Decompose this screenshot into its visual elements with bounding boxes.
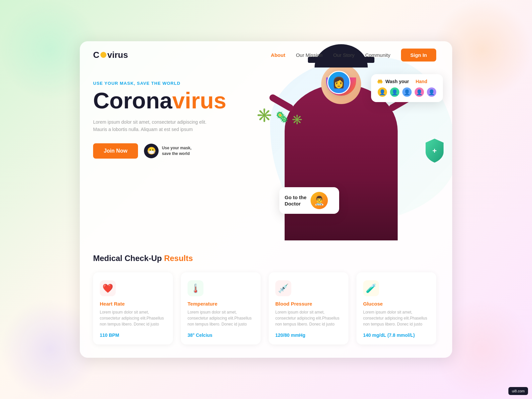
navbar: C virus About Our Mission Our Story Comm… bbox=[80, 41, 452, 67]
results-cards: ❤️ Heart Rate Lorem ipsum dolor sit amet… bbox=[93, 272, 436, 344]
hero-title-orange: virus bbox=[172, 88, 226, 113]
temperature-icon: 🌡️ bbox=[188, 280, 203, 296]
results-title-dark: Medical Check-Up bbox=[93, 254, 162, 263]
wash-hand-card: 🤲 Wash your Hand 👤 👤 👤 👤 👤 bbox=[371, 74, 443, 102]
blood-pressure-name: Blood Pressure bbox=[275, 301, 342, 307]
glucose-name: Glucose bbox=[363, 301, 430, 307]
nav-story[interactable]: Our Story bbox=[333, 52, 354, 58]
mask-icon: 😷 bbox=[144, 144, 159, 158]
logo-dot-icon bbox=[100, 52, 106, 58]
glucose-desc: Lorem ipsum dolor sit amet, consectetur … bbox=[363, 309, 430, 327]
nav-mission[interactable]: Our Mission bbox=[296, 52, 323, 58]
heart-rate-value: 110 BPM bbox=[100, 332, 166, 338]
mask-info: 😷 Use your mask, save the world bbox=[144, 144, 192, 158]
hero-section: USE YOUR MASK, SAVE THE WORLD Coronaviru… bbox=[80, 67, 452, 240]
wash-hand-title: 🤲 Wash your Hand bbox=[377, 79, 437, 84]
wash-avatar-3: 👤 bbox=[402, 87, 412, 97]
svg-text:+: + bbox=[433, 147, 437, 155]
temperature-name: Temperature bbox=[188, 301, 254, 307]
doctor-avatar: 👨‍⚕️ bbox=[311, 192, 328, 209]
logo-text-c: C bbox=[93, 50, 99, 60]
heart-rate-name: Heart Rate bbox=[100, 301, 166, 307]
wash-avatar-2: 👤 bbox=[389, 87, 400, 97]
wash-avatars: 👤 👤 👤 👤 👤 bbox=[377, 87, 437, 97]
logo-text-virus: virus bbox=[107, 50, 128, 60]
wash-avatar-1: 👤 bbox=[377, 87, 388, 97]
virus-icon-3: ✳️ bbox=[291, 114, 303, 125]
result-heart-rate: ❤️ Heart Rate Lorem ipsum dolor sit amet… bbox=[93, 272, 173, 344]
hero-title-dark: Corona bbox=[93, 88, 172, 113]
heart-rate-icon: ❤️ bbox=[100, 280, 116, 296]
go-to-doctor-card: Go to the Doctor 👨‍⚕️ bbox=[279, 187, 339, 214]
nav-about[interactable]: About bbox=[271, 52, 285, 58]
logo[interactable]: C virus bbox=[93, 50, 128, 60]
heart-rate-desc: Lorem ipsum dolor sit amet, consectetur … bbox=[100, 309, 166, 327]
result-blood-pressure: 💉 Blood Pressure Lorem ipsum dolor sit a… bbox=[269, 272, 348, 344]
glucose-value: 140 mg/dL (7.8 mmol/L) bbox=[363, 332, 430, 338]
hero-description: Lorem ipsum dolor sit amet, consectetur … bbox=[93, 118, 219, 133]
temperature-desc: Lorem ipsum dolor sit amet, consectetur … bbox=[188, 309, 254, 327]
results-title: Medical Check-Up Results bbox=[93, 254, 436, 263]
wash-avatar-5: 👤 bbox=[426, 87, 437, 97]
watermark: ui8.com bbox=[508, 387, 528, 395]
signin-button[interactable]: Sign In bbox=[401, 49, 436, 62]
results-title-orange: Results bbox=[164, 254, 193, 263]
hero-left: USE YOUR MASK, SAVE THE WORLD Coronaviru… bbox=[93, 67, 246, 240]
wash-avatar-4: 👤 bbox=[414, 87, 425, 97]
hero-tagline: USE YOUR MASK, SAVE THE WORLD bbox=[93, 81, 246, 86]
nav-community[interactable]: Community bbox=[365, 52, 390, 58]
nav-links: About Our Mission Our Story Community Si… bbox=[271, 49, 436, 62]
virus-icon-2: 🦠 bbox=[275, 111, 289, 125]
temperature-value: 38° Celcius bbox=[188, 332, 254, 338]
virus-icon-1: ✳️ bbox=[256, 107, 273, 125]
join-now-button[interactable]: Join Now bbox=[93, 143, 138, 159]
glucose-icon: 🧪 bbox=[363, 280, 379, 296]
mask-text: Use your mask, save the world bbox=[162, 145, 192, 157]
doctor-text: Go to the Doctor bbox=[285, 194, 307, 207]
blood-pressure-desc: Lorem ipsum dolor sit amet, consectetur … bbox=[275, 309, 342, 327]
blood-pressure-icon: 💉 bbox=[275, 280, 291, 296]
hero-title: Coronavirus bbox=[93, 89, 246, 112]
blood-pressure-value: 120/80 mmHg bbox=[275, 332, 342, 338]
result-temperature: 🌡️ Temperature Lorem ipsum dolor sit ame… bbox=[181, 272, 261, 344]
main-card: C virus About Our Mission Our Story Comm… bbox=[80, 41, 452, 358]
result-glucose: 🧪 Glucose Lorem ipsum dolor sit amet, co… bbox=[356, 272, 436, 344]
hero-actions: Join Now 😷 Use your mask, save the world bbox=[93, 143, 246, 159]
top-avatar: 👩 bbox=[327, 71, 350, 94]
hero-right: 👩 ✳️ 🦠 ✳️ 🤲 Wash your Hand 👤 👤 👤 👤 bbox=[246, 67, 436, 240]
results-section: Medical Check-Up Results ❤️ Heart Rate L… bbox=[80, 240, 452, 358]
virus-icons: ✳️ 🦠 ✳️ bbox=[256, 107, 303, 125]
shield-icon: + bbox=[423, 137, 446, 164]
